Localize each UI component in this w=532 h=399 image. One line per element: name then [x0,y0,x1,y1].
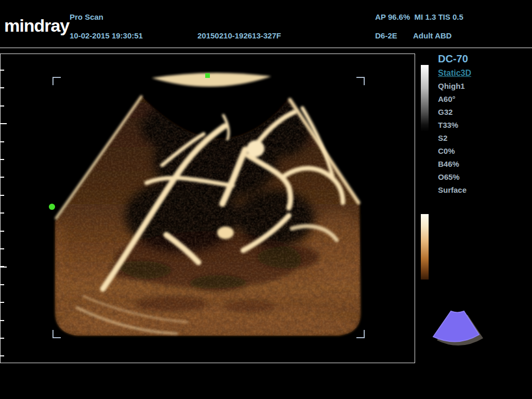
param-render-mode: Surface [438,185,467,194]
param-brightness: B46% [438,159,459,168]
roi-bracket-bottom-left [52,330,61,338]
roi-bracket-top-right [356,77,365,85]
ultrasound-screen: mindray Pro Scan 10-02-2015 19:30:51 201… [0,0,532,399]
orientation-marker-dot [49,204,55,210]
mode-link-static3d[interactable]: Static3D [438,69,471,78]
roi-bracket-bottom-right [356,330,365,338]
probe-model: D6-2E [375,31,397,40]
exam-preset: Adult ABD [413,31,451,40]
exam-id: 20150210-192613-327F [197,31,281,40]
datetime: 10-02-2015 19:30:51 [70,31,143,40]
sepia-render-colorbar [421,214,429,280]
machine-model-label: DC-70 [438,53,468,65]
roi-bracket-top-left [52,77,61,85]
param-angle: A60° [438,95,456,103]
depth-ruler-major-tick [0,123,7,124]
param-quality: Qhigh1 [438,82,465,90]
header-separator [0,47,532,48]
grayscale-colorbar [421,65,429,131]
param-threshold: T33% [438,121,458,129]
param-opacity: O65% [438,172,460,181]
mindray-logo: mindray [4,16,69,36]
depth-ruler-major-tick [0,267,7,268]
param-gain: G32 [438,108,453,116]
orientation-marker-square [205,73,210,78]
probe-sector-icon [426,304,494,356]
param-smooth: S2 [438,134,447,142]
param-contrast: C0% [438,147,455,155]
acoustic-output-readout: AP 96.6% MI 1.3 TIS 0.5 [375,12,463,21]
image-area-frame[interactable] [0,54,415,363]
app-name: Pro Scan [70,12,103,21]
depth-ruler [0,70,4,358]
